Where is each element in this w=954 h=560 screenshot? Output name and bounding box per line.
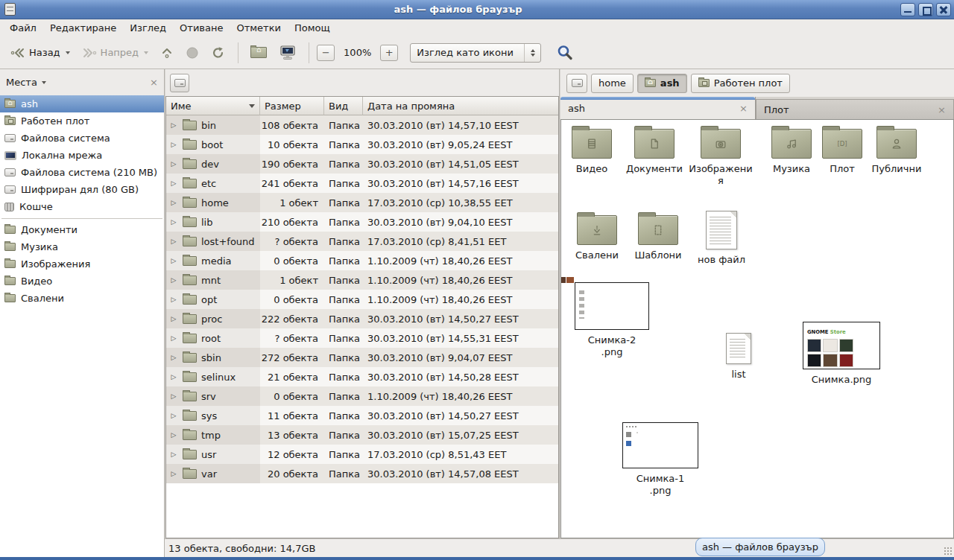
- expander-icon[interactable]: ▷: [169, 238, 178, 245]
- table-row[interactable]: ▷ home 1 обект Папка 17.03.2010 (ср) 10,…: [166, 193, 558, 212]
- menu-item[interactable]: Изглед: [123, 21, 173, 35]
- reload-button[interactable]: [206, 43, 230, 63]
- menu-item[interactable]: Отметки: [230, 21, 287, 35]
- home-folder-icon: [4, 100, 16, 108]
- breadcrumb-home-button[interactable]: home: [591, 74, 634, 93]
- tab-close-icon[interactable]: ×: [739, 104, 748, 113]
- table-row[interactable]: ▷ var 20 обекта Папка 30.03.2010 (вт) 14…: [166, 464, 558, 483]
- up-button[interactable]: [156, 43, 178, 63]
- expander-icon[interactable]: ▷: [169, 315, 178, 322]
- menu-item[interactable]: Редактиране: [43, 21, 123, 35]
- table-row[interactable]: ▷ srv 0 обекта Папка 1.10.2009 (чт) 18,4…: [166, 386, 558, 406]
- home-button[interactable]: [246, 44, 271, 61]
- expander-icon[interactable]: ▷: [169, 431, 178, 439]
- sidebar-item-кошче[interactable]: Кошче: [0, 198, 164, 215]
- chevron-down-icon[interactable]: [42, 81, 46, 84]
- sidebar-item-изображения[interactable]: Изображения: [0, 255, 164, 273]
- search-button[interactable]: [552, 41, 578, 65]
- tab-ash[interactable]: ash ×: [560, 97, 756, 119]
- expander-icon[interactable]: ▷: [169, 412, 178, 419]
- menu-item[interactable]: Файл: [3, 21, 43, 35]
- minimize-icon[interactable]: [900, 3, 915, 16]
- expander-icon[interactable]: ▷: [169, 296, 178, 303]
- icon-view-folder-нов-файл[interactable]: нов файл: [689, 209, 754, 266]
- sidebar-item-файлова-система[interactable]: Файлова система: [0, 130, 164, 147]
- expander-icon[interactable]: ▷: [169, 470, 178, 477]
- table-row[interactable]: ▷ bin 108 обекта Папка 30.03.2010 (вт) 1…: [166, 115, 558, 135]
- resize-grip-icon[interactable]: [944, 547, 953, 556]
- sidebar-close-icon[interactable]: ×: [150, 77, 158, 87]
- breadcrumb-root-button[interactable]: [566, 74, 587, 93]
- view-mode-select[interactable]: Изглед като икони: [410, 43, 541, 63]
- back-button[interactable]: Назад: [6, 44, 75, 62]
- table-row[interactable]: ▷ selinux 21 обекта Папка 30.03.2010 (вт…: [166, 367, 558, 386]
- expander-icon[interactable]: ▷: [169, 373, 178, 381]
- table-row[interactable]: ▷ media 0 обекта Папка 1.10.2009 (чт) 18…: [166, 251, 558, 270]
- taskbar-window-button[interactable]: ash — файлов браузър: [695, 538, 825, 556]
- expander-icon[interactable]: ▷: [169, 179, 178, 187]
- table-row[interactable]: ▷ sys 11 обекта Папка 30.03.2010 (вт) 14…: [166, 406, 558, 425]
- table-row[interactable]: ▷ boot 10 обекта Папка 30.03.2010 (вт) 9…: [166, 135, 558, 154]
- table-row[interactable]: ▷ proc 222 обекта Папка 30.03.2010 (вт) …: [166, 309, 558, 328]
- tab-close-icon[interactable]: ×: [938, 105, 946, 115]
- icon-view-folder-свалени[interactable]: Свалени: [564, 211, 630, 261]
- expander-icon[interactable]: ▷: [169, 141, 178, 148]
- table-row[interactable]: ▷ usr 12 обекта Папка 17.03.2010 (ср) 8,…: [166, 445, 558, 464]
- expander-icon[interactable]: ▷: [169, 199, 178, 206]
- maximize-icon[interactable]: [918, 3, 933, 16]
- expander-icon[interactable]: ▷: [169, 276, 178, 284]
- sidebar-item-файлова-система-210-mb-[interactable]: Файлова система (210 MB): [0, 164, 164, 181]
- table-row[interactable]: ▷ root ? обекта Папка 30.03.2010 (вт) 14…: [166, 328, 558, 348]
- column-header-name[interactable]: Име: [166, 97, 260, 115]
- sidebar-item-видео[interactable]: Видео: [0, 273, 164, 290]
- sidebar-item-музика[interactable]: Музика: [0, 238, 164, 255]
- expander-icon[interactable]: ▷: [169, 218, 178, 226]
- sidebar-item-документи[interactable]: Документи: [0, 221, 164, 238]
- expander-icon[interactable]: ▷: [169, 257, 178, 264]
- zoom-in-button[interactable]: +: [380, 45, 398, 61]
- sidebar-title[interactable]: Места: [6, 77, 37, 88]
- column-header-date[interactable]: Дата на промяна: [363, 97, 558, 115]
- sidebar-item-работен-плот[interactable]: Работен плот: [0, 112, 164, 130]
- tab-plot[interactable]: Плот ×: [756, 99, 954, 119]
- table-row[interactable]: ▷ etc 241 обекта Папка 30.03.2010 (вт) 1…: [166, 174, 558, 193]
- sidebar-item-локална-мрежа[interactable]: Локална мрежа: [0, 147, 164, 164]
- table-row[interactable]: ▷ dev 190 обекта Папка 30.03.2010 (вт) 1…: [166, 154, 558, 174]
- expander-icon[interactable]: ▷: [169, 334, 178, 342]
- icon-view-folder-публични[interactable]: Публични: [864, 124, 929, 175]
- file-snimka-2[interactable]: GUADEC Снимка-2.png: [573, 282, 651, 357]
- table-row[interactable]: ▷ tmp 13 обекта Папка 30.03.2010 (вт) 15…: [166, 425, 558, 445]
- forward-button[interactable]: Напред: [78, 44, 153, 62]
- menu-item[interactable]: Отиване: [173, 21, 230, 35]
- file-snimka-1[interactable]: Снимка-1.png: [621, 422, 700, 496]
- breadcrumb-ash-button[interactable]: ash: [637, 74, 687, 93]
- icon-view-folder-шаблони[interactable]: Шаблони: [625, 211, 691, 261]
- expander-icon[interactable]: ▷: [169, 121, 178, 129]
- stop-button[interactable]: [181, 43, 203, 63]
- expander-icon[interactable]: ▷: [169, 451, 178, 458]
- breadcrumb-desktop-button[interactable]: Работен плот: [691, 74, 790, 93]
- sidebar-item-свалени[interactable]: Свалени: [0, 290, 164, 307]
- close-icon[interactable]: [936, 3, 951, 16]
- table-row[interactable]: ▷ opt 0 обекта Папка 1.10.2009 (чт) 18,4…: [166, 290, 558, 309]
- sidebar-item-шифриран-дял-80-gb-[interactable]: Шифриран дял (80 GB): [0, 181, 164, 198]
- file-snimka[interactable]: GNOME Store Снимка.png: [801, 322, 882, 386]
- table-row[interactable]: ▷ lib 210 обекта Папка 30.03.2010 (вт) 9…: [166, 212, 558, 232]
- zoom-out-button[interactable]: −: [317, 45, 335, 61]
- table-row[interactable]: ▷ lost+found ? обекта Папка 17.03.2010 (…: [166, 232, 558, 251]
- expander-icon[interactable]: ▷: [169, 354, 178, 361]
- icon-view-folder-документи[interactable]: Документи: [622, 124, 687, 175]
- computer-button[interactable]: [274, 42, 301, 64]
- table-row[interactable]: ▷ mnt 1 обект Папка 1.10.2009 (чт) 18,40…: [166, 270, 558, 290]
- icon-view-folder-видео[interactable]: Видео: [560, 124, 625, 175]
- sidebar-item-ash[interactable]: ash: [0, 95, 164, 112]
- column-header-size[interactable]: Размер: [260, 97, 324, 115]
- table-row[interactable]: ▷ sbin 272 обекта Папка 30.03.2010 (вт) …: [166, 348, 558, 367]
- expander-icon[interactable]: ▷: [169, 392, 178, 400]
- root-location-button[interactable]: [170, 74, 189, 92]
- icon-view-folder-изображения[interactable]: Изображения: [688, 124, 754, 186]
- expander-icon[interactable]: ▷: [169, 160, 178, 168]
- column-header-type[interactable]: Вид: [324, 97, 363, 115]
- menu-item[interactable]: Помощ: [288, 21, 337, 35]
- file-list[interactable]: list: [707, 333, 770, 381]
